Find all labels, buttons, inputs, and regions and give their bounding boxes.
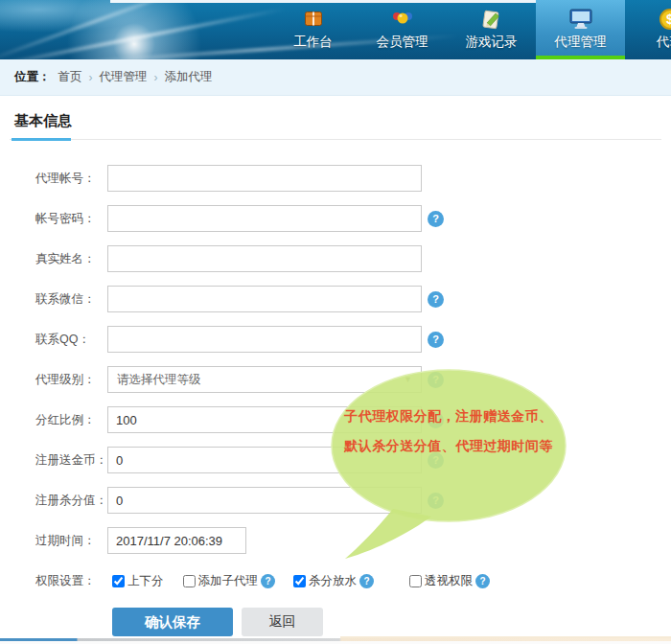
nav-tab-label: 代理 (657, 34, 671, 51)
section-header: 基本信息 (10, 96, 661, 140)
field-label-permissions: 权限设置： (35, 573, 107, 589)
breadcrumb-prefix: 位置： (14, 69, 51, 85)
breadcrumb: 位置： 首页 › 代理管理 › 添加代理 (0, 59, 671, 96)
help-icon[interactable]: ? (428, 452, 444, 469)
nav-tab-agent-management[interactable]: 代理管理 (536, 0, 625, 59)
perm-add-subagent-group: 添加子代理 ? (183, 573, 276, 589)
breadcrumb-separator: › (89, 71, 93, 84)
help-icon[interactable]: ? (428, 291, 444, 308)
form-row-agent-level: 代理级别： 请选择代理等级 ▼ ? (35, 366, 671, 393)
breadcrumb-agent-management[interactable]: 代理管理 (100, 69, 148, 85)
form-row-agent-account: 代理帐号： (35, 165, 671, 192)
help-icon[interactable]: ? (428, 412, 444, 428)
field-label-register-kill-score: 注册杀分值： (35, 493, 107, 509)
field-label-qq: 联系QQ： (35, 332, 107, 348)
nav-tab-game-records[interactable]: 游戏记录 (447, 0, 536, 59)
coin-icon: $ (659, 6, 671, 33)
dividend-ratio-input[interactable] (107, 406, 422, 433)
agent-level-select[interactable]: 请选择代理等级 ▼ (107, 366, 422, 393)
field-label-agent-account: 代理帐号： (35, 171, 107, 187)
account-password-input[interactable] (107, 205, 422, 232)
form-row-qq: 联系QQ： ? (35, 326, 671, 353)
perm-xray-checkbox[interactable] (409, 575, 422, 587)
perm-add-subagent-label: 添加子代理 (198, 573, 259, 589)
help-icon[interactable]: ? (428, 372, 444, 388)
field-label-account-password: 帐号密码： (35, 211, 107, 227)
save-button[interactable]: 确认保存 (112, 608, 233, 636)
field-label-real-name: 真实姓名： (35, 251, 107, 267)
perm-xray-group: 透视权限 ? (409, 573, 490, 589)
nav-tab-label: 会员管理 (377, 34, 428, 51)
perm-add-subagent-checkbox[interactable] (183, 575, 196, 587)
register-kill-score-input[interactable] (107, 487, 422, 514)
register-gift-coins-input[interactable] (107, 447, 422, 473)
top-banner: 工作台 会员管理 (0, 0, 671, 59)
perm-kill-release-label: 杀分放水 (309, 573, 357, 589)
breadcrumb-separator: › (154, 71, 158, 84)
back-button[interactable]: 返回 (242, 608, 323, 636)
qq-contact-input[interactable] (107, 326, 422, 353)
agent-account-input[interactable] (107, 165, 422, 192)
game-records-icon (480, 6, 503, 33)
nav-tab-agent-extra[interactable]: $ 代理 (625, 0, 671, 59)
nav-tab-label: 工作台 (293, 34, 333, 51)
breadcrumb-home[interactable]: 首页 (58, 69, 82, 85)
nav-tab-label: 代理管理 (555, 34, 607, 51)
form-row-register-gift-coins: 注册送金币： ? (35, 447, 671, 473)
agent-level-selected-value: 请选择代理等级 (117, 372, 201, 388)
page: 工作台 会员管理 (0, 0, 671, 644)
svg-text:$: $ (666, 12, 671, 27)
expire-time-input[interactable] (107, 527, 246, 554)
perm-updown-label: 上下分 (127, 573, 164, 589)
field-label-register-gift-coins: 注册送金币： (35, 452, 107, 469)
form-actions: 确认保存 返回 (112, 608, 671, 636)
section-title: 基本信息 (14, 112, 72, 130)
breadcrumb-current: 添加代理 (165, 69, 213, 85)
perm-xray-label: 透视权限 (425, 573, 473, 589)
field-label-dividend-ratio: 分红比例： (35, 412, 107, 428)
help-icon[interactable]: ? (428, 493, 444, 509)
perm-updown-checkbox[interactable] (112, 575, 125, 587)
help-icon[interactable]: ? (428, 332, 444, 348)
real-name-input[interactable] (107, 245, 422, 272)
field-label-wechat: 联系微信： (35, 291, 107, 308)
perm-kill-release-checkbox[interactable] (293, 575, 306, 587)
perm-kill-release-group: 杀分放水 ? (293, 573, 374, 589)
form-row-permissions: 权限设置： 上下分 添加子代理 ? 杀分放水 ? 透视权限 ? (35, 567, 671, 594)
monitor-icon (568, 6, 593, 33)
form-row-wechat: 联系微信： ? (35, 286, 671, 312)
form-row-real-name: 真实姓名： (35, 245, 671, 272)
help-icon[interactable]: ? (475, 574, 490, 588)
form-row-expire-time: 过期时间： (35, 527, 671, 554)
workbench-icon (302, 6, 325, 33)
help-icon[interactable]: ? (359, 574, 374, 588)
nav-tab-workbench[interactable]: 工作台 (268, 0, 358, 59)
nav-tab-label: 游戏记录 (466, 34, 518, 51)
members-icon (390, 6, 415, 33)
help-icon[interactable]: ? (428, 211, 444, 227)
chevron-down-icon: ▼ (404, 375, 412, 384)
form-row-dividend-ratio: 分红比例： ? (35, 406, 671, 433)
help-icon[interactable]: ? (261, 574, 275, 588)
main-nav: 工作台 会员管理 (268, 0, 671, 59)
wechat-contact-input[interactable] (107, 286, 422, 312)
nav-tab-members[interactable]: 会员管理 (358, 0, 447, 59)
form-row-register-kill-score: 注册杀分值： ? (35, 487, 671, 514)
field-label-agent-level: 代理级别： (35, 372, 107, 388)
add-agent-form: 代理帐号： 帐号密码： ? 真实姓名： 联系微信： ? 联系QQ： ? 代理级别… (0, 165, 671, 636)
perm-updown-group: 上下分 (112, 573, 164, 589)
field-label-expire-time: 过期时间： (35, 533, 107, 549)
form-row-account-password: 帐号密码： ? (35, 205, 671, 232)
